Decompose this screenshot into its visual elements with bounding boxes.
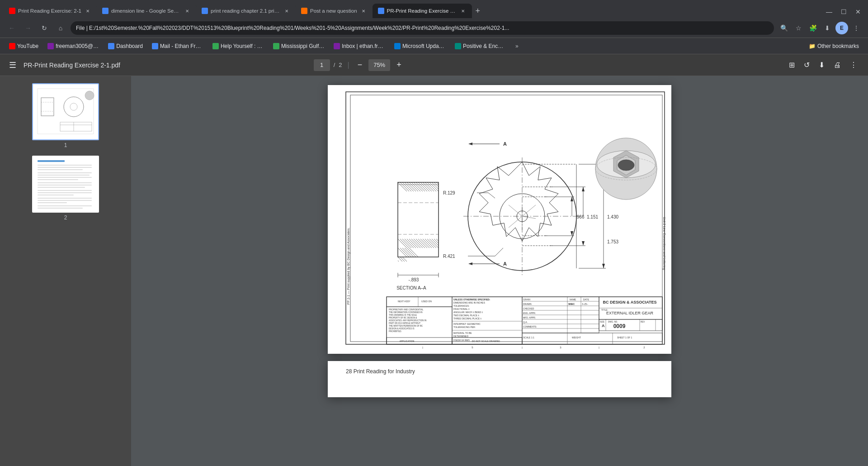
tab-print-reading[interactable]: Print Reading Exercise: 2-1 ✕ [4, 4, 97, 18]
tab-pdf-active[interactable]: PR-Print Reading Exercise 2-1.pd... ✕ [373, 4, 472, 18]
bookmark-youtube[interactable]: YouTube [5, 41, 42, 51]
tab-close-5[interactable]: ✕ [459, 7, 467, 14]
pdf-page-1: PP 2-1 — Print supplied by BC Design and… [328, 85, 671, 354]
pdf-right-tools: ⊞ ↺ ⬇ 🖨 ⋮ [785, 59, 861, 71]
new-tab-button[interactable]: + [472, 4, 484, 18]
svg-text:-.893: -.893 [409, 277, 419, 282]
svg-text:THE INFORMATION CONTAINED IN: THE INFORMATION CONTAINED IN [389, 311, 423, 314]
pdf-main-area[interactable]: PP 2-1 — Print supplied by BC Design and… [131, 76, 868, 466]
reload-button[interactable]: ↻ [38, 22, 51, 34]
bookmark-star-icon[interactable]: ☆ [792, 22, 805, 34]
svg-text:DRAWN: DRAWN [523, 303, 532, 305]
more-options-icon[interactable]: ⋮ [850, 22, 863, 34]
svg-rect-12 [38, 160, 65, 162]
browser-frame: Print Reading Exercise: 2-1 ✕ dimension … [0, 0, 868, 466]
svg-rect-14 [38, 167, 92, 168]
svg-text:UNLESS OTHERWISE SPECIFIED:: UNLESS OTHERWISE SPECIFIED: [453, 298, 491, 301]
pdf-print-button[interactable]: 🖨 [830, 59, 844, 71]
tab-title-1: Print Reading Exercise: 2-1 [18, 8, 81, 14]
tab-favicon-1 [9, 8, 15, 14]
svg-point-7 [85, 91, 94, 100]
minimize-button[interactable]: — [823, 5, 835, 18]
svg-text:ENG. APPR.: ENG. APPR. [523, 312, 536, 314]
close-window-button[interactable]: ✕ [852, 5, 864, 18]
pdf-thumb-image-2 [32, 156, 99, 213]
pdf-more-button[interactable]: ⋮ [846, 59, 861, 71]
svg-text:PP 2-1 — Print supplied by BC : PP 2-1 — Print supplied by BC Design and… [347, 228, 350, 304]
tab-google-search[interactable]: dimension line - Google Search ✕ [97, 4, 196, 18]
tab-close-1[interactable]: ✕ [84, 7, 91, 14]
forward-button[interactable]: → [22, 22, 34, 34]
svg-text:Q.A.: Q.A. [523, 321, 528, 323]
pdf-menu-button[interactable]: ☰ [7, 58, 18, 72]
pdf-zoom-out-button[interactable]: − [355, 59, 365, 71]
thumbnail-page-2-label: 2 [64, 214, 67, 221]
bookmark-favicon-inbox [334, 43, 340, 49]
search-icon[interactable]: 🔍 [778, 22, 790, 34]
pdf-download-button[interactable]: ⬇ [815, 59, 828, 71]
bookmark-positive[interactable]: Positive & Encoura... [451, 41, 510, 51]
pdf-zoom-in-button[interactable]: + [394, 59, 404, 71]
svg-text:EXTERNAL IDLER GEAR: EXTERNAL IDLER GEAR [606, 311, 654, 315]
bookmark-help[interactable]: Help Yourself : Lifeli... [209, 41, 268, 51]
bookmark-dashboard[interactable]: Dashboard [104, 41, 146, 51]
pdf-viewer-area: 1 [0, 76, 868, 466]
svg-text:A: A [503, 141, 507, 147]
pdf-fit-page-button[interactable]: ⊞ [785, 59, 798, 71]
tab-close-4[interactable]: ✕ [360, 7, 367, 14]
home-button[interactable]: ⌂ [54, 22, 67, 34]
svg-text:WBC: WBC [568, 303, 575, 305]
svg-text:APPLICATION: APPLICATION [400, 340, 415, 342]
svg-rect-27 [38, 200, 92, 201]
svg-text:R.421: R.421 [443, 254, 455, 259]
address-bar-row: ← → ↻ ⌂ 🔍 ☆ 🧩 ⬇ E ⋮ [0, 18, 868, 38]
svg-text:DIMENSIONS ARE IN INCHES: DIMENSIONS ARE IN INCHES [453, 301, 485, 304]
svg-rect-25 [38, 195, 74, 195]
tab-favicon-2 [102, 8, 108, 14]
pdf-thumbnail-1[interactable]: 1 [32, 83, 99, 148]
bookmark-mississippi[interactable]: Mississippi Gulf Co... [269, 41, 328, 51]
svg-rect-24 [38, 192, 92, 193]
svg-text:3–25–: 3–25– [582, 303, 588, 305]
bookmark-favicon-youtube [9, 43, 15, 49]
svg-rect-22 [38, 187, 85, 188]
other-bookmarks[interactable]: 📁 Other bookmarks [805, 41, 863, 51]
tab-title-2: dimension line - Google Search [111, 8, 181, 14]
svg-text:PROPERTY OF BC DESIGN &: PROPERTY OF BC DESIGN & [389, 317, 417, 319]
svg-text:A: A [602, 323, 605, 328]
profile-icon[interactable]: E [835, 22, 848, 34]
svg-text:REV: REV [641, 321, 645, 323]
bookmark-microsoft[interactable]: Microsoft Update C... [391, 41, 449, 51]
pdf-toolbar: ☰ PR-Print Reading Exercise 2-1.pdf / 2 … [0, 54, 868, 76]
pdf-history-button[interactable]: ↺ [800, 59, 813, 71]
pdf-page-2-partial: 28 Print Reading for Industry [328, 361, 671, 397]
bookmark-mail[interactable]: Mail - Ethan Frank... [148, 41, 207, 51]
pdf-thumbnail-2[interactable]: 2 [32, 156, 99, 221]
svg-rect-28 [38, 202, 67, 203]
svg-text:COMMENTS:: COMMENTS: [523, 325, 537, 328]
address-input[interactable] [71, 21, 774, 35]
svg-text:DO NOT SCALE DRAWING: DO NOT SCALE DRAWING [472, 340, 500, 342]
svg-text:DETERMINED: DETERMINED [453, 335, 468, 338]
bookmark-inbox[interactable]: Inbox | ethan.freem... [330, 41, 389, 51]
bookmarks-overflow-button[interactable]: » [512, 41, 522, 51]
tab-close-2[interactable]: ✕ [184, 7, 191, 14]
tab-chapter[interactable]: print reading chapter 2.1 print re... ✕ [196, 4, 296, 18]
download-icon[interactable]: ⬇ [821, 22, 834, 34]
svg-text:FRACTIONAL ±: FRACTIONAL ± [453, 308, 470, 310]
bookmark-freeman[interactable]: freeman3005@yah... [44, 41, 103, 51]
back-button[interactable]: ← [5, 22, 18, 34]
bookmark-favicon-pos [455, 43, 461, 49]
bookmark-favicon-freeman [47, 43, 54, 49]
svg-text:PART OR AS A WHOLE WITHOUT: PART OR AS A WHOLE WITHOUT [389, 322, 421, 324]
bookmark-label-pos: Positive & Encoura... [463, 43, 506, 49]
extensions-icon[interactable]: 🧩 [807, 22, 819, 34]
tab-close-3[interactable]: ✕ [283, 7, 290, 14]
tab-favicon-5 [378, 8, 384, 14]
bookmark-favicon-mail [152, 43, 158, 49]
tab-post-question[interactable]: Post a new question ✕ [296, 4, 373, 18]
pdf-zoom-input[interactable] [368, 59, 390, 71]
maximize-button[interactable]: ☐ [837, 5, 850, 18]
pdf-page-input[interactable] [314, 59, 330, 71]
svg-point-142 [618, 160, 634, 171]
